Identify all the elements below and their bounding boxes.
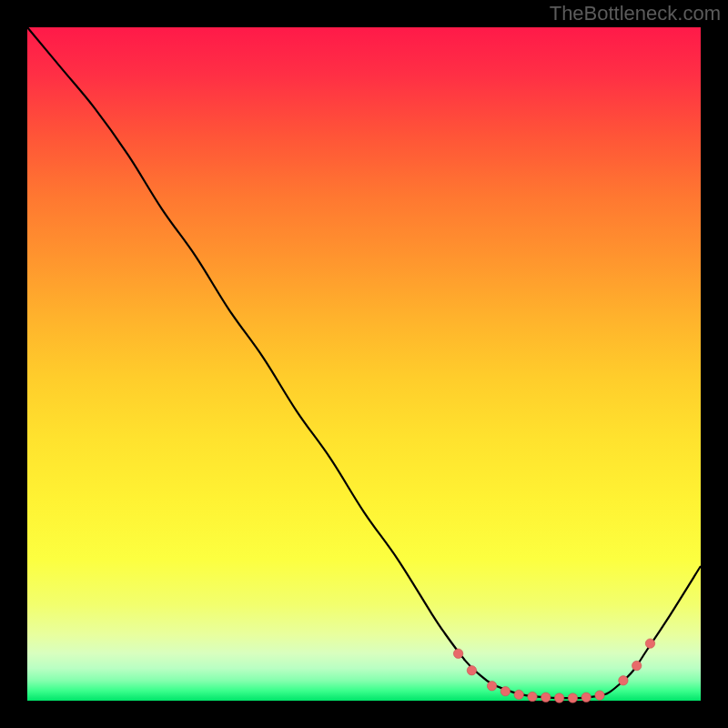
curve-marker-dot: [467, 666, 476, 675]
curve-marker-dot: [453, 649, 462, 658]
curve-marker-dot: [528, 692, 537, 701]
curve-marker-dot: [487, 682, 496, 691]
curve-marker-dot: [541, 693, 551, 702]
curve-marker-dot: [645, 639, 654, 648]
curve-marker-dot: [514, 690, 523, 699]
chart-stage: TheBottleneck.com: [0, 0, 728, 728]
watermark-text: TheBottleneck.com: [550, 2, 721, 25]
curve-marker-dot: [595, 691, 604, 700]
curve-marker-dot: [500, 686, 510, 695]
curve-marker-dot: [568, 693, 577, 703]
curve-marker-dot: [554, 693, 563, 703]
chart-svg: [0, 0, 728, 728]
curve-marker-dot: [632, 661, 642, 670]
curve-marker-dot: [581, 693, 591, 702]
curve-marker-dot: [619, 676, 628, 685]
gradient-background: [27, 27, 701, 701]
